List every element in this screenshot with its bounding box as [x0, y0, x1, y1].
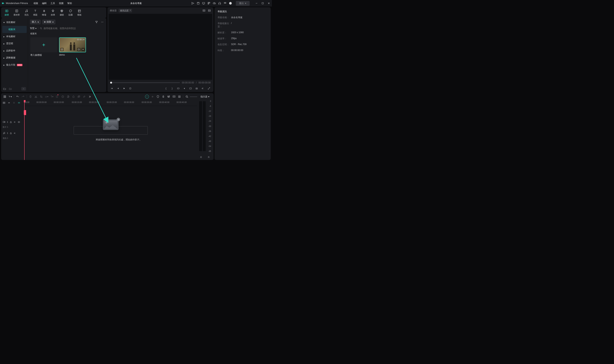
text-icon[interactable]: T▾ — [50, 95, 54, 98]
redo-icon[interactable] — [21, 95, 25, 98]
library-icon[interactable] — [207, 2, 211, 5]
image-view-icon[interactable] — [208, 9, 211, 12]
playhead[interactable] — [24, 100, 25, 160]
menu-tools[interactable]: 工具 — [51, 2, 55, 5]
adjust-icon[interactable] — [178, 95, 181, 98]
menu-view[interactable]: 視圖 — [59, 2, 64, 5]
quality-select[interactable]: 最高品質 — [119, 9, 132, 12]
stop-icon[interactable] — [129, 87, 132, 90]
prev-frame-icon[interactable] — [110, 87, 114, 90]
headphones-icon[interactable] — [218, 2, 221, 5]
window-close-icon[interactable] — [267, 2, 270, 5]
player-viewport[interactable] — [109, 14, 212, 80]
more-horizontal-icon[interactable] — [100, 20, 104, 24]
tab-titles[interactable]: 標題 — [33, 9, 37, 16]
expand-icon[interactable] — [207, 87, 211, 90]
rotate-icon[interactable] — [67, 95, 70, 98]
sidebar-item-folder[interactable]: 檔案夾 — [2, 26, 27, 33]
clip-add-icon[interactable]: + — [81, 48, 85, 51]
send-icon[interactable] — [191, 2, 194, 5]
shield-icon[interactable] — [156, 95, 160, 98]
mute-icon[interactable] — [14, 121, 16, 123]
cloud-upload-icon[interactable] — [213, 2, 216, 5]
aspect-icon[interactable] — [176, 87, 180, 90]
track-link-icon[interactable] — [8, 102, 11, 104]
export-button[interactable]: 匯出 ▾ — [236, 1, 250, 6]
tab-stock[interactable]: 素材庫 — [13, 9, 20, 16]
tab-effects[interactable]: 效果 — [51, 9, 55, 16]
new-folder-icon[interactable] — [3, 87, 6, 90]
group-icon[interactable] — [77, 95, 80, 98]
menu-edit[interactable]: 編輯 — [42, 2, 47, 5]
sidebar-item-local[interactable]: ▸本地素材 — [1, 33, 28, 40]
pointer-icon[interactable]: ▾ — [8, 95, 12, 98]
link-icon[interactable] — [82, 95, 86, 98]
visible-icon[interactable] — [18, 121, 20, 123]
record-screen-icon[interactable] — [172, 95, 176, 98]
aspect-chevron-icon[interactable]: ▾ — [183, 87, 186, 90]
sidebar-item-compound[interactable]: ▸復合片段NEW — [1, 61, 28, 68]
video-track-header[interactable]: 1 — [1, 117, 24, 127]
sparkle-icon[interactable] — [151, 95, 154, 98]
tab-transitions[interactable]: 轉場 — [42, 9, 46, 16]
window-maximize-icon[interactable] — [261, 2, 264, 5]
mic-icon[interactable] — [161, 95, 165, 98]
mute-icon[interactable] — [14, 132, 16, 134]
zoom-out-icon[interactable] — [185, 95, 189, 98]
undo-icon[interactable] — [16, 95, 19, 98]
crop-icon[interactable] — [40, 95, 43, 98]
monitor-icon[interactable] — [202, 2, 205, 5]
sidebar-item-brand[interactable]: ▸品牌套件 — [1, 47, 28, 54]
tab-media[interactable]: 媒體 — [5, 9, 9, 16]
tab-audio[interactable]: 音訊 — [24, 9, 28, 16]
fullscreen-icon[interactable] — [189, 87, 192, 90]
clip-crop-icon[interactable] — [60, 48, 64, 51]
delete-icon[interactable] — [29, 95, 32, 98]
menu-file[interactable]: 檔案 — [34, 2, 38, 5]
player-scrubber[interactable] — [110, 82, 180, 83]
speed-icon[interactable]: ▾ — [45, 95, 48, 98]
track-snap-icon[interactable] — [18, 102, 21, 104]
timer-icon[interactable] — [72, 95, 75, 98]
apps-icon[interactable] — [224, 2, 227, 5]
media-clip-demo[interactable]: 00:00:14 + demo — [59, 37, 86, 57]
sidebar-item-cloud[interactable]: ▸雲空間 — [1, 40, 28, 47]
layout-icon[interactable] — [3, 95, 7, 98]
import-media-tile[interactable]: + 導入媒體檔 — [30, 37, 57, 57]
mark-in-icon[interactable]: { — [164, 87, 168, 90]
menu-help[interactable]: 幫助 — [67, 2, 72, 5]
compare-view-icon[interactable] — [202, 9, 206, 12]
collapse-sidebar-icon[interactable] — [21, 87, 26, 91]
import-button[interactable]: 匯入▾ — [30, 20, 41, 24]
audio-track-header[interactable]: 1 — [1, 129, 24, 138]
ai-tools-icon[interactable] — [145, 95, 149, 99]
smart-dropdown[interactable]: 智慧▾ — [30, 27, 37, 30]
snapshot-icon[interactable] — [195, 87, 198, 90]
volume-icon[interactable] — [201, 87, 204, 90]
filter-icon[interactable] — [94, 20, 99, 24]
tab-templates[interactable]: 模板 — [77, 9, 81, 16]
chevron-down-icon[interactable]: ▾ — [208, 95, 209, 98]
timeline-tracks[interactable]: 00:00 00:00:05:00 00:00:10:00 00:00:15:0… — [24, 100, 214, 160]
audio-mix-icon[interactable] — [167, 95, 170, 98]
save-cloud-icon[interactable] — [197, 2, 200, 5]
record-button[interactable]: 錄製▾ — [42, 20, 55, 24]
tab-filters[interactable]: 濾鏡 — [60, 9, 64, 16]
play-icon[interactable] — [122, 87, 126, 90]
track-magnet-icon[interactable] — [13, 102, 16, 104]
sidebar-item-adjust[interactable]: ▸調整圖層 — [1, 54, 28, 61]
tab-stickers[interactable]: 貼圖 — [68, 9, 73, 16]
mark-out-icon[interactable]: } — [170, 87, 174, 90]
step-back-icon[interactable] — [116, 87, 120, 90]
window-minimize-icon[interactable] — [255, 2, 258, 5]
clip-preview-icon[interactable] — [77, 48, 80, 51]
sidebar-item-project[interactable]: ▾項目素材 — [1, 19, 28, 26]
more-tools-icon[interactable] — [88, 95, 91, 98]
keyframe-icon[interactable] — [61, 95, 65, 98]
lock-icon[interactable] — [10, 121, 12, 123]
player-tab[interactable]: 播放器 — [110, 9, 117, 12]
cut-icon[interactable] — [34, 95, 38, 98]
search-input[interactable] — [43, 27, 104, 30]
track-nest-icon[interactable] — [3, 102, 6, 104]
lock-icon[interactable] — [10, 132, 12, 134]
